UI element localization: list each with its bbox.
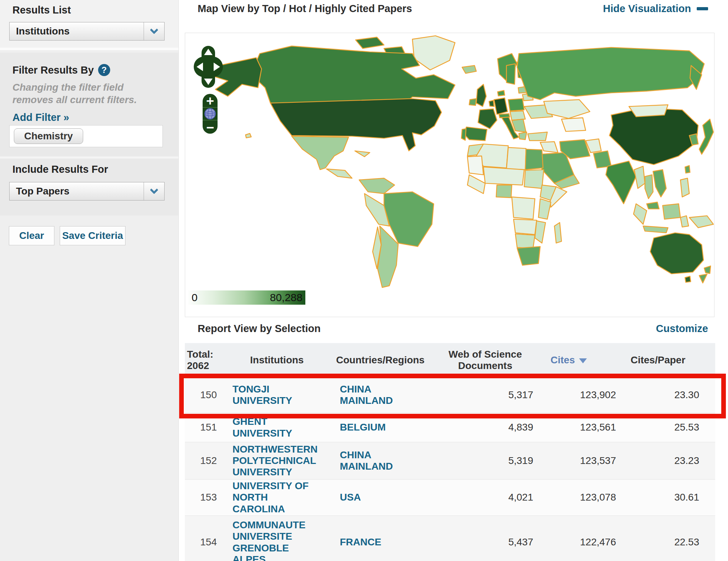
col-header-cites-per-paper[interactable]: Cites/Paper: [626, 354, 715, 366]
filter-note: Changing the filter field removes all cu…: [12, 81, 178, 106]
country-south-africa[interactable]: [517, 246, 540, 265]
country-portugal[interactable]: [461, 129, 466, 140]
country-indonesia[interactable]: [643, 226, 668, 233]
include-results-select[interactable]: Top Papers: [9, 182, 165, 201]
cites-per-paper-cell: 25.53: [626, 422, 715, 433]
country-ireland[interactable]: [469, 98, 476, 105]
table-row: 153 UNIVERSITY OF NORTH CAROLINA USA 4,0…: [185, 479, 715, 515]
save-criteria-button[interactable]: Save Criteria: [60, 226, 125, 245]
chemistry-filter-button[interactable]: Chemistry: [14, 128, 83, 144]
country-malaysia[interactable]: [647, 202, 659, 209]
hide-visualization-link[interactable]: Hide Visualization: [603, 3, 708, 15]
rank-cell: 153: [185, 492, 227, 503]
clear-button[interactable]: Clear: [9, 226, 54, 245]
country-shape[interactable]: [524, 170, 544, 188]
world-map[interactable]: [185, 33, 714, 293]
country-madagascar[interactable]: [555, 223, 562, 243]
country-shape[interactable]: [539, 199, 551, 219]
country-turkey[interactable]: [528, 132, 547, 141]
country-china[interactable]: [609, 108, 698, 164]
country-libya[interactable]: [507, 148, 526, 170]
add-filter-link[interactable]: Add Filter »: [12, 112, 178, 123]
country-germany[interactable]: [494, 98, 508, 114]
institution-link[interactable]: GHENT UNIVERSITY: [232, 416, 323, 439]
country-shape[interactable]: [685, 276, 691, 282]
country-shape[interactable]: [498, 90, 505, 96]
country-new-zealand[interactable]: [699, 274, 707, 283]
country-shape[interactable]: [514, 219, 537, 234]
country-vietnam[interactable]: [653, 170, 666, 197]
country-shape[interactable]: [663, 204, 680, 219]
docs-cell: 4,021: [434, 492, 537, 503]
country-nigeria[interactable]: [496, 185, 512, 198]
country-mexico[interactable]: [292, 136, 349, 170]
col-header-docs[interactable]: Web of Science Documents: [434, 349, 537, 372]
country-mongolia[interactable]: [629, 105, 668, 117]
country-shape[interactable]: [246, 133, 251, 138]
country-shape[interactable]: [512, 197, 535, 219]
country-shape[interactable]: [515, 234, 535, 248]
country-shape[interactable]: [467, 175, 485, 194]
country-france[interactable]: [478, 109, 497, 129]
country-pakistan[interactable]: [593, 151, 611, 168]
country-shape[interactable]: [355, 151, 370, 156]
country-shape[interactable]: [689, 216, 713, 228]
country-shape[interactable]: [359, 178, 395, 193]
country-link[interactable]: BELGIUM: [340, 422, 406, 433]
country-poland[interactable]: [508, 98, 524, 111]
zoom-control: + −: [203, 94, 218, 135]
country-link[interactable]: USA: [340, 492, 406, 503]
country-link[interactable]: CHINA MAINLAND: [340, 384, 406, 406]
country-shape[interactable]: [633, 204, 647, 224]
country-japan[interactable]: [699, 119, 713, 154]
cites-cell: 123,078: [537, 492, 626, 503]
country-philippines[interactable]: [680, 178, 689, 197]
institution-link[interactable]: UNIVERSITY OF NORTH CAROLINA: [232, 480, 323, 515]
country-iceland[interactable]: [462, 65, 476, 73]
country-india[interactable]: [606, 161, 636, 204]
country-russia[interactable]: [517, 47, 704, 100]
country-shape[interactable]: [483, 167, 524, 185]
country-shape[interactable]: [680, 216, 689, 227]
country-shape[interactable]: [540, 141, 558, 153]
cites-cell: 123,537: [537, 455, 626, 466]
customize-link[interactable]: Customize: [656, 323, 708, 335]
country-spain[interactable]: [464, 127, 487, 140]
map-view-title: Map View by Top / Hot / Highly Cited Pap…: [198, 3, 412, 15]
country-shape[interactable]: [634, 166, 645, 188]
col-header-institutions[interactable]: Institutions: [227, 354, 327, 366]
country-link[interactable]: FRANCE: [340, 536, 406, 548]
country-taiwan[interactable]: [685, 166, 690, 173]
zoom-out-button[interactable]: −: [206, 120, 214, 135]
institution-link[interactable]: TONGJI UNIVERSITY: [232, 384, 323, 406]
country-shape[interactable]: [326, 169, 352, 178]
table-row: 150 TONGJI UNIVERSITY CHINA MAINLAND 5,3…: [185, 377, 715, 413]
country-usa[interactable]: [271, 98, 441, 151]
col-header-cites-sort[interactable]: Cites: [537, 354, 626, 366]
country-shape[interactable]: [489, 100, 494, 106]
country-shape[interactable]: [467, 156, 483, 175]
zoom-in-button[interactable]: +: [206, 94, 214, 108]
institution-link[interactable]: COMMUNAUTE UNIVERSITE GRENOBLE ALPES: [232, 519, 323, 561]
country-egypt[interactable]: [525, 149, 543, 170]
include-results-heading: Include Results For: [12, 164, 108, 175]
country-link[interactable]: CHINA MAINLAND: [340, 449, 406, 472]
country-shape[interactable]: [355, 37, 384, 49]
country-australia[interactable]: [650, 233, 703, 274]
institution-link[interactable]: NORTHWESTERN POLYTECHNICAL UNIVERSITY: [232, 444, 323, 478]
globe-reset-button[interactable]: [205, 108, 215, 119]
help-icon[interactable]: ?: [98, 64, 110, 76]
country-new-zealand[interactable]: [704, 266, 711, 273]
results-list-select[interactable]: Institutions: [9, 22, 165, 41]
country-thailand[interactable]: [645, 175, 653, 199]
results-list-section: Results List Institutions: [0, 0, 178, 50]
country-shape[interactable]: [562, 118, 586, 131]
results-list-heading: Results List: [12, 4, 178, 16]
country-shape[interactable]: [519, 132, 527, 140]
col-header-countries[interactable]: Countries/Regions: [327, 354, 434, 366]
country-shape[interactable]: [499, 114, 510, 118]
country-uk[interactable]: [476, 84, 486, 106]
country-sweden[interactable]: [507, 64, 515, 84]
docs-cell: 5,317: [434, 389, 537, 401]
country-shape[interactable]: [535, 221, 546, 243]
